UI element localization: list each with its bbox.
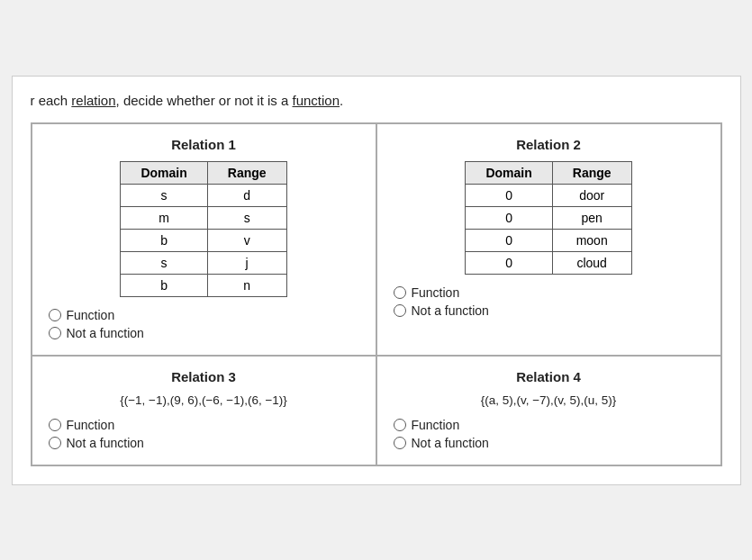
relation2-option-not-function[interactable]: Not a function	[394, 303, 704, 318]
relation4-set: {(a, 5),(v, −7),(v, 5),(u, 5)}	[394, 393, 704, 407]
relation3-radio-function[interactable]	[49, 419, 61, 431]
relation3-cell: Relation 3 {(−1, −1),(9, 6),(−6, −1),(6,…	[32, 356, 376, 465]
relation1-option-not-function[interactable]: Not a function	[49, 326, 359, 340]
relation2-cell: Relation 2 Domain Range 0door0pen0moon0c…	[376, 123, 721, 356]
relation3-radio-not-function[interactable]	[49, 437, 61, 449]
table-row: 0	[466, 251, 552, 274]
relation1-label-function: Function	[67, 308, 115, 322]
relation4-options: Function Not a function	[394, 418, 704, 450]
relation4-radio-not-function[interactable]	[394, 437, 406, 449]
relation1-options: Function Not a function	[49, 308, 359, 340]
relation1-header-domain: Domain	[121, 161, 207, 184]
relation3-options: Function Not a function	[49, 418, 359, 450]
table-row: moon	[552, 229, 631, 251]
function-link: function	[293, 93, 340, 108]
relation3-title: Relation 3	[49, 369, 359, 384]
relation2-header-domain: Domain	[466, 161, 552, 184]
relation2-title: Relation 2	[394, 137, 704, 152]
relation1-header-range: Range	[207, 161, 286, 184]
relation1-title: Relation 1	[49, 137, 359, 152]
relation3-label-function: Function	[67, 418, 115, 432]
relation4-label-function: Function	[412, 418, 460, 432]
table-row: s	[121, 184, 207, 206]
relation3-option-function[interactable]: Function	[49, 418, 359, 432]
relation1-table: Domain Range sdmsbvsjbn	[120, 161, 286, 297]
relation1-option-function[interactable]: Function	[49, 308, 359, 322]
relation4-option-function[interactable]: Function	[394, 418, 704, 432]
relation2-label-not-function: Not a function	[412, 303, 489, 318]
table-row: 0	[466, 229, 552, 251]
relation2-header-range: Range	[552, 161, 631, 184]
table-row: b	[121, 274, 207, 296]
relation1-cell: Relation 1 Domain Range sdmsbvsjbn Funct…	[32, 123, 376, 356]
table-row: v	[207, 229, 286, 251]
table-row: d	[207, 184, 286, 206]
relation-link: relation	[71, 93, 115, 108]
relation2-radio-not-function[interactable]	[394, 304, 406, 317]
relation3-set: {(−1, −1),(9, 6),(−6, −1),(6, −1)}	[49, 393, 359, 407]
relation2-radio-function[interactable]	[394, 286, 406, 299]
intro-text: r each relation, decide whether or not i…	[31, 93, 722, 108]
table-row: pen	[552, 206, 631, 229]
relation4-cell: Relation 4 {(a, 5),(v, −7),(v, 5),(u, 5)…	[376, 356, 721, 465]
table-row: m	[121, 206, 207, 229]
page: r each relation, decide whether or not i…	[12, 76, 741, 485]
table-row: n	[207, 274, 286, 296]
table-row: 0	[466, 184, 552, 206]
table-row: j	[207, 251, 286, 274]
table-row: door	[552, 184, 631, 206]
relation4-radio-function[interactable]	[394, 419, 406, 431]
relation3-option-not-function[interactable]: Not a function	[49, 436, 359, 450]
relation2-option-function[interactable]: Function	[394, 285, 704, 300]
table-row: s	[121, 251, 207, 274]
table-row: cloud	[552, 251, 631, 274]
relation2-label-function: Function	[412, 285, 460, 300]
relation2-options: Function Not a function	[394, 285, 704, 318]
relation4-title: Relation 4	[394, 369, 704, 384]
relations-grid: Relation 1 Domain Range sdmsbvsjbn Funct…	[31, 122, 722, 466]
relation4-label-not-function: Not a function	[412, 436, 489, 450]
table-row: s	[207, 206, 286, 229]
table-row: 0	[466, 206, 552, 229]
relation3-label-not-function: Not a function	[67, 436, 144, 450]
relation2-table: Domain Range 0door0pen0moon0cloud	[465, 161, 631, 275]
relation1-radio-not-function[interactable]	[49, 327, 61, 339]
relation1-radio-function[interactable]	[49, 309, 61, 321]
table-row: b	[121, 229, 207, 251]
relation4-option-not-function[interactable]: Not a function	[394, 436, 704, 450]
relation1-label-not-function: Not a function	[67, 326, 144, 340]
